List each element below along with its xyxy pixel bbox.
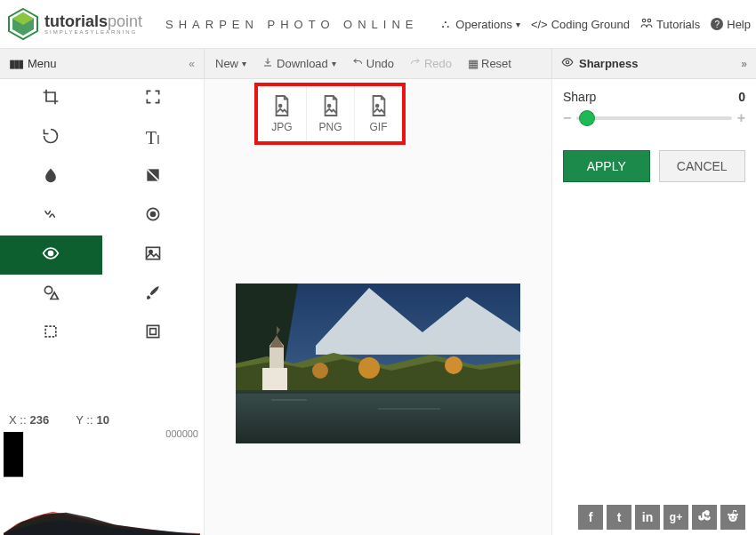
svg-point-47 [735, 510, 736, 512]
menu-header: ▮▮▮ Menu « [0, 49, 205, 78]
tool-text[interactable]: TI [102, 118, 205, 157]
share-reddit[interactable] [720, 505, 745, 530]
share-google-plus[interactable]: g+ [664, 505, 688, 530]
undo-icon [352, 57, 363, 70]
redo-button: Redo [410, 57, 452, 70]
header-nav: ⛬ Operations ▾ </> Coding Ground Tutoria… [439, 17, 751, 32]
svg-point-31 [358, 357, 380, 379]
histogram-chart-icon [4, 432, 200, 535]
drop-icon [42, 166, 60, 188]
tutorials-icon [640, 17, 653, 32]
right-panel-header: Sharpness » [551, 49, 756, 78]
coordinate-readout: X :: 236 Y :: 10 [0, 406, 204, 428]
plus-icon: + [737, 110, 745, 126]
vibrate-icon [42, 205, 60, 228]
svg-point-22 [279, 105, 282, 108]
svg-point-8 [150, 212, 155, 216]
download-icon [262, 57, 273, 70]
histogram-zero-label: 000000 [165, 428, 198, 439]
social-share: f t in g+ [563, 496, 745, 530]
download-png[interactable]: PNG [306, 86, 354, 141]
center-tools: New▾ Download▾ Undo Redo ▦ Reset [205, 49, 551, 78]
linkedin-icon: in [642, 510, 653, 524]
svg-marker-21 [4, 513, 200, 535]
svg-point-32 [445, 356, 462, 374]
fullscreen-icon [144, 88, 162, 110]
canvas-area: JPG PNG GIF [205, 79, 551, 535]
sharp-label: Sharp [563, 90, 596, 104]
histogram: 000000 [0, 428, 204, 535]
caret-down-icon: ▾ [516, 20, 520, 29]
reset-icon: ▦ [468, 57, 478, 70]
nav-help[interactable]: ? Help [711, 18, 751, 31]
cancel-button[interactable]: CANCEL [659, 150, 746, 182]
tool-rotate[interactable] [0, 118, 102, 157]
download-jpg[interactable]: JPG [258, 86, 306, 141]
collapse-left-icon[interactable]: « [189, 58, 195, 70]
download-gif[interactable]: GIF [354, 86, 402, 141]
shapes-icon [42, 283, 60, 306]
new-button[interactable]: New▾ [215, 57, 246, 70]
target-icon [144, 205, 162, 228]
tool-shapes[interactable] [0, 275, 102, 314]
help-icon: ? [711, 18, 723, 30]
reddit-icon [726, 509, 740, 526]
nav-coding-ground[interactable]: </> Coding Ground [531, 18, 630, 31]
svg-rect-10 [146, 247, 159, 259]
share-linkedin[interactable]: in [635, 505, 660, 530]
sharp-slider[interactable]: − + [563, 109, 745, 127]
frame-icon [144, 323, 162, 345]
tool-visibility[interactable] [0, 236, 102, 275]
nav-operations[interactable]: ⛬ Operations ▾ [439, 17, 520, 31]
tool-crop[interactable] [0, 79, 102, 118]
logo[interactable]: tutorialspoint SIMPLYEASYLEARNING [5, 6, 142, 42]
tool-image[interactable] [102, 236, 205, 275]
svg-point-45 [736, 513, 738, 515]
apply-button[interactable]: APPLY [563, 150, 650, 182]
share-facebook[interactable]: f [578, 505, 603, 530]
eye-icon [561, 56, 574, 71]
landscape-image-icon [236, 283, 520, 443]
stumbleupon-icon [697, 509, 712, 526]
download-button[interactable]: Download▾ [262, 57, 336, 70]
sidebar: TI X :: 23 [0, 79, 205, 535]
tool-fullscreen[interactable] [102, 79, 205, 118]
share-stumbleupon[interactable] [692, 505, 717, 530]
tool-blur[interactable] [0, 157, 102, 196]
share-twitter[interactable]: t [607, 505, 631, 530]
tool-vibrate[interactable] [0, 196, 102, 236]
tool-target[interactable] [102, 196, 205, 236]
svg-point-43 [730, 515, 732, 517]
svg-point-4 [647, 19, 651, 22]
tool-exposure[interactable] [102, 157, 205, 196]
reset-button[interactable]: ▦ Reset [468, 57, 511, 70]
svg-marker-13 [51, 292, 58, 299]
collapse-right-icon[interactable]: » [741, 58, 747, 70]
caret-down-icon: ▾ [242, 59, 246, 68]
svg-rect-41 [378, 408, 440, 410]
minus-icon: − [563, 110, 571, 126]
canvas-image[interactable] [236, 283, 520, 443]
svg-point-44 [734, 515, 736, 517]
text-icon: TI [146, 128, 160, 148]
undo-button[interactable]: Undo [352, 57, 394, 70]
tool-frame[interactable] [102, 314, 205, 353]
brush-icon [144, 283, 162, 306]
slider-thumb[interactable] [579, 110, 595, 126]
rotate-icon [42, 127, 60, 149]
svg-point-33 [312, 363, 328, 379]
caret-down-icon: ▾ [332, 59, 336, 68]
nav-tutorials[interactable]: Tutorials [640, 17, 700, 32]
svg-point-46 [728, 513, 730, 515]
svg-point-12 [45, 286, 52, 293]
app-header: tutorialspoint SIMPLYEASYLEARNING SHARPE… [0, 0, 756, 49]
svg-point-3 [642, 19, 646, 22]
file-icon [272, 94, 292, 117]
eye-icon [42, 244, 60, 267]
facebook-icon: f [589, 510, 593, 524]
svg-rect-38 [236, 390, 520, 443]
tool-frame-dash[interactable] [0, 314, 102, 353]
tool-brush[interactable] [102, 275, 205, 314]
svg-point-23 [327, 105, 330, 108]
svg-point-42 [728, 513, 736, 521]
